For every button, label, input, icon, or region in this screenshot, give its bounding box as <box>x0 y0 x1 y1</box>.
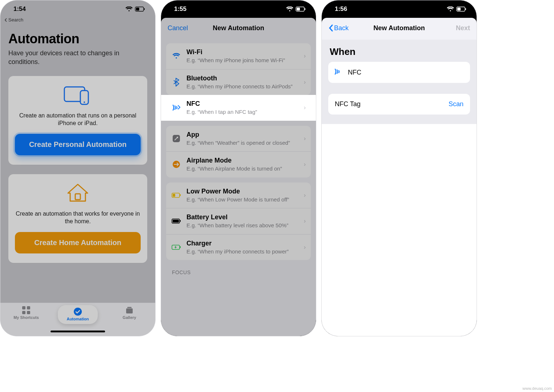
airplane-icon <box>171 160 181 168</box>
trigger-row-wifi[interactable]: Wi-FiE.g. “When my iPhone joins home Wi-… <box>166 43 311 69</box>
status-time: 1:55 <box>174 5 186 13</box>
trigger-row-app[interactable]: AppE.g. “When “Weather” is opened or clo… <box>166 126 311 152</box>
watermark: www.deuaq.com <box>522 386 552 391</box>
cancel-button[interactable]: Cancel <box>168 18 188 38</box>
row-subtitle: E.g. “When my iPhone connects to power” <box>186 248 299 255</box>
next-button[interactable]: Next <box>456 18 470 38</box>
svg-rect-12 <box>126 308 133 313</box>
scan-button[interactable]: Scan <box>449 100 463 108</box>
wifi-icon <box>286 7 293 12</box>
card-personal-automation: Create an automation that runs on a pers… <box>8 76 147 165</box>
row-title: Low Power Mode <box>186 188 299 195</box>
back-button[interactable]: Back <box>328 18 349 38</box>
home-icon <box>65 199 91 205</box>
create-personal-automation-button[interactable]: Create Personal Automation <box>15 134 141 155</box>
bluetooth-icon <box>171 78 181 87</box>
chevron-right-icon: › <box>304 104 306 111</box>
page-subtitle: Have your devices react to changes in co… <box>8 49 147 67</box>
wifi-icon <box>125 7 133 12</box>
nfc-summary-row: NFC <box>328 62 470 83</box>
screen-nfc-when: 1:56 Search Back New Automation Next <box>321 0 477 336</box>
svg-rect-1 <box>136 8 139 11</box>
trigger-row-airplane[interactable]: Airplane ModeE.g. “When Airplane Mode is… <box>166 151 311 177</box>
svg-rect-24 <box>180 220 181 222</box>
row-title: NFC <box>186 100 299 108</box>
status-time: 1:56 <box>335 5 347 13</box>
chevron-right-icon: › <box>304 53 306 59</box>
charger-icon <box>171 245 181 250</box>
svg-rect-21 <box>180 194 181 196</box>
svg-rect-26 <box>180 246 181 248</box>
trigger-row-nfc[interactable]: NFCE.g. “When I tap an NFC tag” › <box>161 95 316 121</box>
card-home-automation: Create an automation that works for ever… <box>8 174 147 263</box>
sheet-header: Cancel New Automation <box>161 18 316 38</box>
row-subtitle: E.g. “When my iPhone connects to AirPods… <box>186 83 299 90</box>
trigger-row-battery[interactable]: Battery LevelE.g. “When battery level ri… <box>166 208 311 234</box>
row-subtitle: E.g. “When my iPhone joins home Wi-Fi” <box>186 57 299 64</box>
chevron-right-icon: › <box>304 135 306 142</box>
shortcuts-icon <box>6 305 46 315</box>
automation-icon <box>63 307 93 317</box>
row-title: Charger <box>186 240 299 247</box>
tab-label: Automation <box>63 317 93 321</box>
home-indicator[interactable] <box>51 331 105 332</box>
tab-automation[interactable]: Automation <box>58 305 98 324</box>
chevron-right-icon: › <box>304 244 306 251</box>
screen-new-automation-list: 1:55 Search Cancel New Automation Wi-FiE… <box>161 0 316 336</box>
chevron-right-icon: › <box>304 79 306 85</box>
breadcrumb-back[interactable]: Search <box>0 17 155 23</box>
section-title-when: When <box>322 40 477 60</box>
low-power-icon <box>171 193 181 198</box>
card-home-desc: Create an automation that works for ever… <box>15 210 141 225</box>
devices-icon <box>62 101 93 107</box>
create-home-automation-button[interactable]: Create Home Automation <box>15 232 141 253</box>
wifi-icon <box>447 7 454 12</box>
chevron-right-icon: › <box>304 218 306 224</box>
svg-rect-10 <box>27 311 30 314</box>
battery-icon <box>456 7 466 12</box>
tab-my-shortcuts[interactable]: My Shortcuts <box>6 305 46 320</box>
status-time: 1:54 <box>13 5 26 13</box>
trigger-row-low-power[interactable]: Low Power ModeE.g. “When Low Power Mode … <box>166 183 311 208</box>
trigger-group-power: Low Power ModeE.g. “When Low Power Mode … <box>166 183 311 260</box>
card-personal-desc: Create an automation that runs on a pers… <box>15 112 141 127</box>
row-title: Bluetooth <box>186 75 299 82</box>
tab-label: Gallery <box>109 315 149 320</box>
screen-automation-home: 1:54 Search Automation Have your devices… <box>0 0 156 336</box>
page-title: Automation <box>8 31 147 47</box>
section-header-focus: FOCUS <box>172 269 305 275</box>
nfc-icon <box>334 68 343 77</box>
app-icon <box>171 135 181 143</box>
svg-point-11 <box>74 308 82 316</box>
row-subtitle: E.g. “When “Weather” is opened or closed… <box>186 139 299 147</box>
row-subtitle: E.g. “When I tap an NFC tag” <box>186 108 299 116</box>
svg-rect-13 <box>127 307 132 308</box>
row-subtitle: E.g. “When battery level rises above 50%… <box>186 222 299 229</box>
sheet-header: Back New Automation Next <box>322 18 477 38</box>
sheet-title: New Automation <box>373 24 425 32</box>
nfc-icon <box>171 104 181 112</box>
svg-point-5 <box>84 101 85 103</box>
battery-icon <box>296 7 306 12</box>
battery-icon <box>135 7 145 12</box>
gallery-icon <box>109 305 149 315</box>
wifi-icon <box>171 53 181 59</box>
chevron-right-icon: › <box>304 192 306 199</box>
row-title: Battery Level <box>186 213 299 221</box>
svg-rect-29 <box>465 8 466 10</box>
modal-sheet: Back New Automation Next When NFC NFC Ta… <box>322 18 477 336</box>
row-title: Airplane Mode <box>186 157 299 164</box>
battery-level-icon <box>171 219 181 224</box>
sheet-title: New Automation <box>213 24 264 32</box>
breadcrumb-label: Search <box>8 17 23 23</box>
trigger-row-charger[interactable]: ChargerE.g. “When my iPhone connects to … <box>166 234 311 260</box>
nfc-tag-label: NFC Tag <box>335 100 361 108</box>
svg-rect-8 <box>27 306 30 309</box>
status-bar: 1:54 <box>0 0 155 18</box>
tab-label: My Shortcuts <box>6 315 46 320</box>
row-title: App <box>186 131 299 139</box>
svg-rect-6 <box>75 194 80 200</box>
tab-gallery[interactable]: Gallery <box>109 305 149 320</box>
svg-rect-15 <box>297 8 300 11</box>
trigger-row-bluetooth[interactable]: BluetoothE.g. “When my iPhone connects t… <box>166 69 311 95</box>
